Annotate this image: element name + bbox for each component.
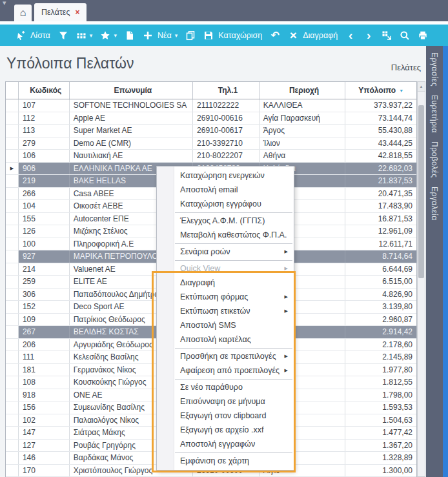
table-scrollbar[interactable]: ▲ [417,81,425,477]
menu-item[interactable]: Αποστολή SMS [157,318,294,332]
menu-item[interactable]: Προσθήκη σε προεπιλογές▶ [157,349,294,363]
menu-item[interactable]: Καταχώριση εγγράφου [157,197,294,211]
cell-balance: 12.961,09 [345,225,416,238]
menu-item[interactable]: Εμφάνιση σε χάρτη [157,454,294,468]
sidebar-item-ευρετήρια[interactable]: Ευρετήρια [430,95,439,133]
menu-item[interactable]: Έλεγχος Α.Φ.Μ. (ΓΓΠΣ) [157,214,294,228]
menu-item[interactable]: Quick View▶ [157,261,294,276]
cell-balance: 55.430,88 [345,125,416,137]
cell-balance: 1.593,53 [345,401,416,414]
chevron-down-icon[interactable]: ▾ [90,32,93,39]
row-marker-cell [6,401,19,414]
cursor-sparkle-icon [15,30,26,41]
delete-button[interactable]: ×Διαγραφή [288,30,338,41]
copy-button[interactable] [185,30,196,41]
column-header-5[interactable]: Υπόλοιπο▼ [345,82,416,99]
sidebar-item-εργαλεία[interactable]: Εργαλεία [430,187,439,221]
submenu-arrow-icon: ▶ [285,368,288,373]
new-button-label: Νέα [158,31,172,40]
menu-item[interactable]: Αποστολή email [157,183,294,197]
menu-item[interactable]: Αφαίρεση από προεπιλογές▶ [157,363,294,378]
cell-balance: 16.871,53 [345,213,416,225]
column-header-4[interactable]: Περιοχή [260,82,346,99]
cell-balance: 3.139,80 [345,301,416,313]
new-button[interactable]: Νέα▾ [143,30,178,41]
cell-balance: 21.837,53 [345,175,416,187]
cell-code: 306 [19,289,70,301]
menu-item[interactable]: Εκτύπωση φόρμας▶ [157,290,294,304]
menu-item[interactable]: Αποστολή εγγραφών [157,437,294,451]
zoom-icon [400,30,410,41]
menu-item-label: Προσθήκη σε προεπιλογές [180,352,276,361]
scrollbar-thumb[interactable] [418,105,424,278]
save-icon [203,30,214,41]
table-row-106[interactable]: 106Ναυτιλιακή ΑΕ210-8022207Αθήνα42.818,5… [6,150,416,163]
home-icon: ⌂ [20,8,26,18]
tab-customers[interactable]: Πελάτες × [34,3,87,21]
menu-item[interactable]: Επισύνναψη σε μήνυμα [157,394,294,409]
grid-icon [76,30,87,41]
delete-icon: × [288,30,298,41]
chevron-down-icon[interactable]: ▾ [3,0,6,7]
columns-button[interactable]: ▾ [76,30,93,41]
favorites-button[interactable]: ▾ [100,30,117,41]
cell-region: Αθήνα [260,150,346,162]
column-header-1[interactable]: Κωδικός [19,82,70,99]
save-button[interactable]: Καταχώριση [203,30,262,41]
next-button[interactable]: › [363,30,374,41]
search-button[interactable] [400,30,410,41]
menu-item[interactable]: Εξαγωγή σε αρχείο .xxf [157,423,294,437]
close-icon[interactable]: × [75,8,79,17]
menu-item[interactable]: Σε νέο παράθυρο [157,380,294,394]
list-button[interactable]: Λίστα [15,30,50,41]
table-row-113[interactable]: 113Super Market AE26910-00617Άργος55.430… [6,125,416,137]
sidebar-item-εργασίες[interactable]: Εργασίες [430,52,439,86]
sidebar-item-προβολές[interactable]: Προβολές [430,141,439,178]
submenu-arrow-icon: ▶ [285,266,288,271]
table-row-112[interactable]: 112Apple AE26910-00616Αγία Παρασκευή73.1… [6,112,416,125]
menu-item-label: Αποστολή email [180,185,238,194]
sort-desc-icon[interactable]: ▼ [399,88,403,93]
cell-code: 259 [19,276,70,288]
chevron-down-icon[interactable]: ▾ [175,32,178,39]
submenu-arrow-icon: ▶ [285,354,288,359]
home-tab[interactable]: ⌂ [14,5,32,21]
cell-balance: 2.178,60 [345,339,416,351]
undo-button[interactable]: ↶ [270,30,280,41]
menu-item-label: Σενάρια ροών [180,247,230,256]
filter-button[interactable] [58,30,68,41]
menu-item[interactable]: Καταχώρηση ενεργειών [157,168,294,183]
prev-button[interactable]: ‹ [345,30,356,41]
row-marker-cell [6,99,19,112]
scrollbar-up-icon[interactable]: ▲ [418,82,425,92]
cell-balance: 2.145,89 [345,351,416,363]
right-sidebar: ΕργασίεςΕυρετήριαΠροβολέςΕργαλεία [426,46,443,477]
cell-code: 152 [19,301,70,313]
chevron-right-icon: › [363,30,374,41]
form-button[interactable] [125,30,135,41]
cell-name: Super Market AE [70,125,193,137]
menu-item[interactable]: Αποστολή καρτέλας [157,332,294,347]
row-marker-cell [6,414,19,427]
cell-code: 111 [19,351,70,363]
menu-item[interactable]: Διαγραφή [157,276,294,290]
print-button[interactable] [418,30,428,41]
chevron-down-icon[interactable]: ▾ [114,32,117,39]
cell-code: 156 [19,401,70,414]
submenu-arrow-icon: ▶ [285,294,288,299]
submenu-arrow-icon: ▶ [285,309,288,314]
row-marker-cell [6,213,19,225]
grid-export-button[interactable] [382,30,392,41]
submenu-arrow-icon: ▶ [285,249,288,254]
cell-balance: 373.937,22 [345,99,416,112]
menu-item[interactable]: Μεταβολή καθεστώτος Φ.Π.Α. [157,228,294,242]
column-header-3[interactable]: Τηλ.1 [193,82,260,99]
cell-code: 219 [19,175,70,187]
column-header-2[interactable]: Επωνυμία [70,82,193,99]
table-row-107[interactable]: 107SOFTONE TECHNOLOGIES SA2111022222ΚΑΛΛ… [6,99,416,112]
menu-item[interactable]: Εξαγωγή στον clipboard [157,409,294,423]
cell-code: 155 [19,213,70,225]
table-row-279[interactable]: 279Demo AE (CMR)210-3392710Ίλιον43.444,2… [6,137,416,150]
menu-item[interactable]: Εκτύπωση ετικετών▶ [157,304,294,318]
menu-item[interactable]: Σενάρια ροών▶ [157,245,294,259]
